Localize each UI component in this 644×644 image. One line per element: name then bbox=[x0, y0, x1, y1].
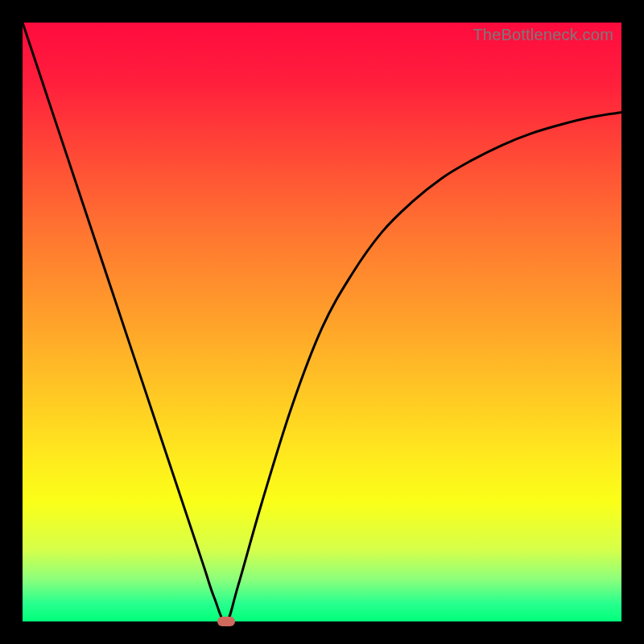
minimum-marker bbox=[217, 617, 235, 626]
chart-frame: TheBottleneck.com bbox=[0, 0, 644, 644]
curve-path bbox=[23, 23, 621, 621]
plot-area: TheBottleneck.com bbox=[23, 23, 621, 621]
bottleneck-curve bbox=[23, 23, 621, 621]
